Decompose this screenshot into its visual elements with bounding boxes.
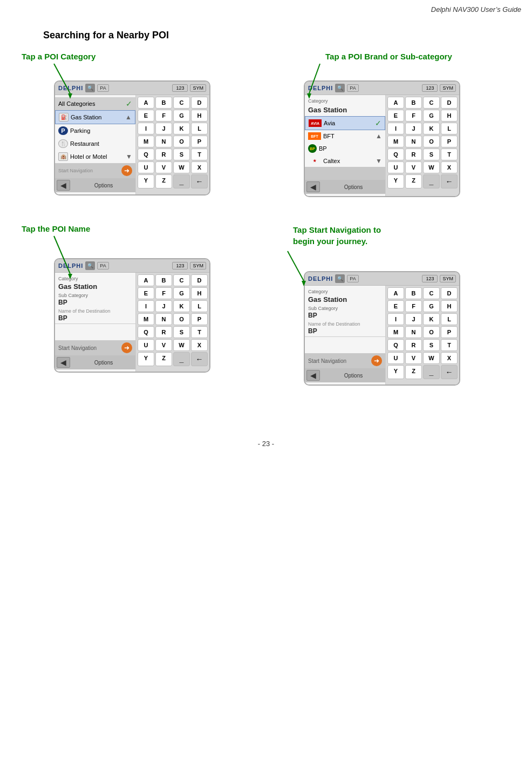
device-4-pa-btn[interactable]: PA (347, 275, 358, 282)
d3-key-S[interactable]: S (173, 326, 190, 338)
device-1-restaurant[interactable]: 🍴 Restaurant (55, 137, 135, 150)
device-1-gas-station[interactable]: ⛽ Gas Station ▲ (55, 110, 135, 124)
device-3-back-btn[interactable]: ◀ (57, 357, 70, 368)
d2-key-L[interactable]: L (441, 123, 458, 134)
d2-key-G[interactable]: G (423, 110, 440, 122)
d3-key-F[interactable]: F (155, 287, 172, 299)
device-4-back-btn[interactable]: ◀ (306, 370, 320, 381)
d2-key-space[interactable]: _ (423, 174, 440, 188)
bft-scroll[interactable]: ▲ (376, 132, 382, 140)
d4-key-backspace[interactable]: ← (441, 365, 458, 379)
d4-key-J[interactable]: J (405, 313, 422, 325)
device-1-123-btn[interactable]: 123 (172, 84, 188, 92)
d3-key-D[interactable]: D (191, 274, 208, 286)
d3-key-T[interactable]: T (191, 326, 208, 338)
d4-key-H[interactable]: H (441, 300, 458, 312)
d2-key-O[interactable]: O (423, 136, 440, 147)
d4-key-S[interactable]: S (423, 339, 440, 351)
scroll-up[interactable]: ▲ (125, 113, 132, 121)
device-1-parking[interactable]: P Parking (55, 124, 135, 137)
d4-key-Y[interactable]: Y (387, 365, 404, 379)
d2-key-J[interactable]: J (405, 123, 422, 134)
device-2-back-btn[interactable]: ◀ (306, 181, 320, 192)
d3-key-N[interactable]: N (155, 313, 172, 325)
key-S[interactable]: S (173, 149, 190, 160)
d4-key-X[interactable]: X (441, 352, 458, 364)
d2-key-Y[interactable]: Y (387, 174, 404, 188)
device-2-sym-btn[interactable]: SYM (440, 84, 456, 92)
d2-key-S[interactable]: S (423, 149, 440, 160)
key-P[interactable]: P (191, 136, 208, 147)
key-Z[interactable]: Z (155, 174, 172, 188)
d4-key-L[interactable]: L (441, 313, 458, 325)
device-1-options-label[interactable]: Options (73, 183, 134, 188)
device-4-sym-btn[interactable]: SYM (440, 275, 456, 282)
d4-key-space[interactable]: _ (423, 365, 440, 379)
key-A[interactable]: A (138, 97, 154, 109)
d2-key-A[interactable]: A (387, 97, 404, 109)
d3-key-Y[interactable]: Y (138, 352, 154, 366)
d3-key-space[interactable]: _ (173, 352, 190, 366)
d2-key-M[interactable]: M (387, 136, 404, 147)
d4-key-C[interactable]: C (423, 287, 440, 299)
key-V[interactable]: V (155, 161, 172, 173)
start-nav-btn-3[interactable]: ➜ (121, 342, 132, 353)
key-W[interactable]: W (173, 161, 190, 173)
device-4-options-label[interactable]: Options (323, 373, 384, 379)
d4-key-O[interactable]: O (423, 326, 440, 338)
d3-key-C[interactable]: C (173, 274, 190, 286)
d2-key-E[interactable]: E (387, 110, 404, 122)
d2-key-H[interactable]: H (441, 110, 458, 122)
d3-key-X[interactable]: X (191, 339, 208, 351)
key-space[interactable]: _ (173, 174, 190, 188)
key-H[interactable]: H (191, 110, 208, 122)
device-2-caltex[interactable]: ★ Caltex ▼ (305, 155, 385, 167)
d2-key-X[interactable]: X (441, 161, 458, 173)
d4-key-U[interactable]: U (387, 352, 404, 364)
key-M[interactable]: M (138, 136, 154, 147)
key-U[interactable]: U (138, 161, 154, 173)
start-nav-label-3[interactable]: Start Navigation (58, 345, 97, 351)
key-R[interactable]: R (155, 149, 172, 160)
d4-key-W[interactable]: W (423, 352, 440, 364)
d3-key-E[interactable]: E (138, 287, 154, 299)
d3-key-K[interactable]: K (173, 300, 190, 312)
caltex-scroll[interactable]: ▼ (376, 157, 382, 165)
device-1-hotel[interactable]: 🏨 Hotel or Motel ▼ (55, 150, 135, 163)
key-T[interactable]: T (191, 149, 208, 160)
start-nav-btn-1[interactable]: ➜ (121, 165, 132, 176)
d3-key-M[interactable]: M (138, 313, 154, 325)
start-nav-label-4[interactable]: Start Navigation (308, 358, 346, 364)
key-D[interactable]: D (191, 97, 208, 109)
key-N[interactable]: N (155, 136, 172, 147)
device-4-search-icon[interactable]: 🔍 (335, 274, 345, 283)
device-2-avia[interactable]: AVIA Avia ✓ (305, 116, 385, 130)
device-1-back-btn[interactable]: ◀ (57, 180, 70, 191)
key-J[interactable]: J (155, 123, 172, 134)
d2-key-I[interactable]: I (387, 123, 404, 134)
start-nav-btn-4[interactable]: ➜ (371, 355, 382, 366)
key-F[interactable]: F (155, 110, 172, 122)
d2-key-D[interactable]: D (441, 97, 458, 109)
d4-key-N[interactable]: N (405, 326, 422, 338)
key-Y[interactable]: Y (138, 174, 154, 188)
device-1-sym-btn[interactable]: SYM (190, 84, 206, 92)
key-O[interactable]: O (173, 136, 190, 147)
key-X[interactable]: X (191, 161, 208, 173)
d2-key-F[interactable]: F (405, 110, 422, 122)
key-Q[interactable]: Q (138, 149, 154, 160)
d4-key-D[interactable]: D (441, 287, 458, 299)
d3-key-O[interactable]: O (173, 313, 190, 325)
d4-key-K[interactable]: K (423, 313, 440, 325)
key-G[interactable]: G (173, 110, 190, 122)
d2-key-P[interactable]: P (441, 136, 458, 147)
d4-key-V[interactable]: V (405, 352, 422, 364)
d4-key-E[interactable]: E (387, 300, 404, 312)
key-E[interactable]: E (138, 110, 154, 122)
d3-key-B[interactable]: B (155, 274, 172, 286)
d4-key-A[interactable]: A (387, 287, 404, 299)
device-2-options-label[interactable]: Options (323, 184, 384, 190)
d3-key-V[interactable]: V (155, 339, 172, 351)
d2-key-U[interactable]: U (387, 161, 404, 173)
d2-key-W[interactable]: W (423, 161, 440, 173)
